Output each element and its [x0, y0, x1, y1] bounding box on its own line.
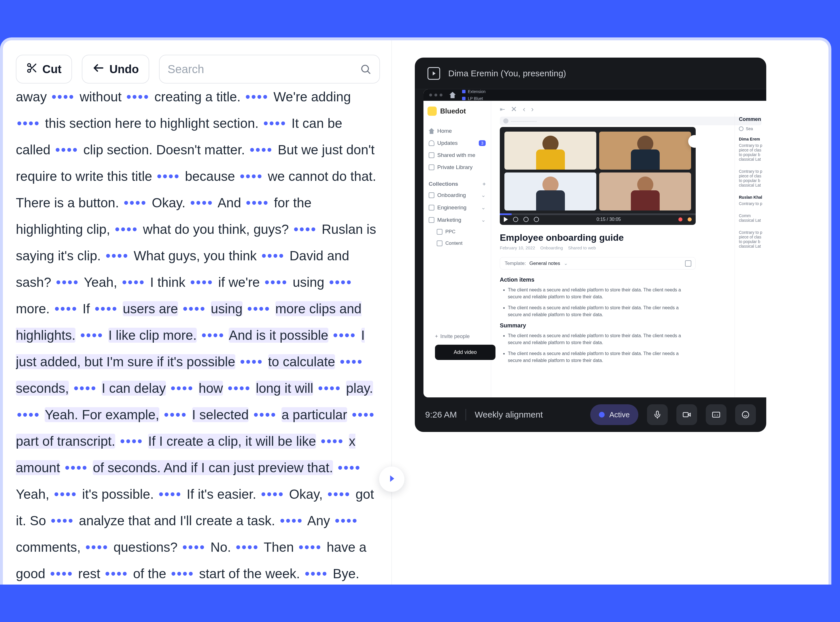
transcript-segment[interactable]: If I create a clip, it will be like: [148, 434, 316, 449]
pause-marker: ••••: [156, 169, 181, 184]
transcript-segment[interactable]: And: [217, 195, 241, 210]
transcript-segment[interactable]: Bye.: [333, 566, 359, 581]
transcript-segment[interactable]: I think: [150, 275, 185, 290]
undo-button[interactable]: Undo: [82, 55, 149, 84]
transcript-segment[interactable]: of the: [133, 566, 166, 581]
comment-block[interactable]: Dima EremContrary to ppiece of clasto po…: [739, 137, 766, 162]
transcript-segment[interactable]: analyze that and I'll create a task.: [79, 513, 275, 528]
transcript-segment[interactable]: Then: [264, 540, 294, 555]
transcript-segment[interactable]: because: [185, 169, 235, 184]
add-video-button[interactable]: Add video: [435, 345, 495, 360]
transcript-segment[interactable]: start of the week.: [199, 566, 300, 581]
transcript-segment[interactable]: clip section. Doesn't matter.: [83, 142, 245, 157]
transcript-segment[interactable]: No.: [210, 540, 231, 555]
collection-item[interactable]: Content: [428, 238, 487, 249]
sidebar-item[interactable]: Updates3: [428, 137, 487, 149]
volume-icon[interactable]: [534, 217, 539, 222]
transcript-segment[interactable]: away: [16, 89, 47, 104]
transcript-segment[interactable]: Yeah,: [84, 275, 117, 290]
template-selector[interactable]: Template: General notes ⌄: [500, 257, 696, 270]
collection-item[interactable]: Marketing⌄: [428, 213, 487, 226]
browser-tab[interactable]: LP Bluet: [458, 95, 489, 101]
search-field[interactable]: [159, 55, 380, 84]
transcript-segment[interactable]: how: [199, 381, 223, 396]
pause-marker: ••••: [260, 487, 285, 502]
transcript-segment[interactable]: if we're: [218, 275, 260, 290]
transcript-segment[interactable]: comments,: [16, 540, 81, 555]
comment-block[interactable]: Ruslan KhalContrary to p: [739, 195, 766, 206]
pause-marker: ••••: [53, 301, 79, 316]
speed-icon[interactable]: [524, 217, 528, 222]
transcript-segment[interactable]: If: [82, 301, 90, 316]
mic-button[interactable]: [647, 404, 668, 425]
transcript-segment[interactable]: If it's easier.: [187, 487, 256, 502]
transcript-segment[interactable]: Okay.: [152, 195, 185, 210]
transcript-segment[interactable]: creating a title.: [154, 89, 241, 104]
transcript-segment[interactable]: more.: [16, 301, 50, 316]
reactions-button[interactable]: [735, 404, 756, 425]
plus-icon[interactable]: +: [483, 181, 486, 187]
transcript-segment[interactable]: And is it possible: [229, 328, 328, 343]
cc-button[interactable]: [706, 404, 727, 425]
collection-item[interactable]: PPC: [428, 226, 487, 238]
play-icon[interactable]: [504, 217, 508, 222]
video-player[interactable]: 0:15 / 30:05: [500, 127, 696, 225]
transcript-segment[interactable]: this section here to highlight section.: [45, 116, 259, 131]
transcript-segment[interactable]: I like clip more.: [108, 328, 197, 343]
sidebar-item[interactable]: Shared with me: [428, 149, 487, 161]
sidebar-item[interactable]: Home: [428, 125, 487, 137]
toolbar: Cut Undo: [16, 55, 380, 84]
sidebar-toggle-icon[interactable]: ⇤: [500, 106, 505, 113]
comments-search[interactable]: Sea: [739, 127, 766, 131]
transcript-segment[interactable]: Okay,: [289, 487, 323, 502]
collection-item[interactable]: Onboarding⌄: [428, 189, 487, 201]
comment-block[interactable]: Contrary to ppiece of clasto popular bcl…: [739, 230, 766, 248]
meeting-time: 9:26 AM: [425, 410, 457, 419]
comment-block[interactable]: Contrary to ppiece of clasto popular bcl…: [739, 169, 766, 188]
transcript-segment[interactable]: We're adding: [273, 89, 351, 104]
transcript-segment[interactable]: part of transcript.: [16, 434, 115, 449]
collection-item[interactable]: Engineering⌄: [428, 201, 487, 213]
copy-icon[interactable]: [685, 260, 691, 267]
transcript-segment[interactable]: seconds,: [16, 381, 69, 396]
bullet-list: The client needs a secure and reliable p…: [500, 332, 684, 364]
pause-marker: ••••: [189, 195, 214, 210]
mini-url-bar: ·························: [500, 117, 762, 125]
transcript-segment[interactable]: Any: [307, 513, 330, 528]
sidebar-item[interactable]: Private Library: [428, 161, 487, 173]
transcript-segment[interactable]: I selected: [192, 407, 249, 422]
transcript-segment[interactable]: without: [79, 89, 122, 104]
transcript-segment[interactable]: a particular: [281, 407, 347, 422]
transcript-segment[interactable]: what do you think, guys?: [143, 222, 289, 237]
pause-marker: ••••: [54, 142, 79, 157]
transcript-segment[interactable]: Yeah,: [16, 487, 49, 502]
comment-block[interactable]: Commclassical Lat: [739, 213, 766, 223]
transcript-segment[interactable]: Yeah. For example,: [45, 407, 159, 422]
active-pill[interactable]: Active: [590, 404, 638, 425]
transcript-segment[interactable]: it's possible.: [82, 487, 154, 502]
transcript-segment[interactable]: long it will: [256, 381, 313, 396]
invite-people[interactable]: +Invite people: [435, 334, 495, 340]
nav-prev-icon[interactable]: ‹: [523, 105, 525, 114]
transcript-segment[interactable]: What guys, you think: [134, 248, 257, 263]
transcript-segment[interactable]: users are: [123, 301, 178, 316]
cut-button[interactable]: Cut: [16, 55, 72, 84]
transcript-segment[interactable]: using: [211, 301, 243, 316]
browser-tab[interactable]: Extension: [458, 89, 489, 95]
transcript-text[interactable]: away •••• without •••• creating a title.…: [16, 84, 380, 585]
camera-button[interactable]: [677, 404, 697, 425]
search-input[interactable]: [168, 63, 354, 76]
pause-marker: ••••: [317, 381, 342, 396]
collapse-toggle[interactable]: [379, 466, 405, 492]
transcript-segment[interactable]: to calculate: [268, 354, 335, 369]
transcript-segment[interactable]: play.: [346, 381, 373, 396]
transcript-segment[interactable]: rest: [78, 566, 100, 581]
close-icon[interactable]: ✕: [511, 105, 517, 114]
pause-marker: ••••: [244, 89, 270, 104]
transcript-segment[interactable]: I can delay: [102, 381, 166, 396]
transcript-segment[interactable]: using: [293, 275, 324, 290]
transcript-segment[interactable]: of seconds. And if I can just preview th…: [93, 460, 333, 475]
settings-icon[interactable]: [513, 217, 518, 222]
transcript-segment[interactable]: questions?: [113, 540, 178, 555]
nav-next-icon[interactable]: ›: [531, 105, 534, 114]
